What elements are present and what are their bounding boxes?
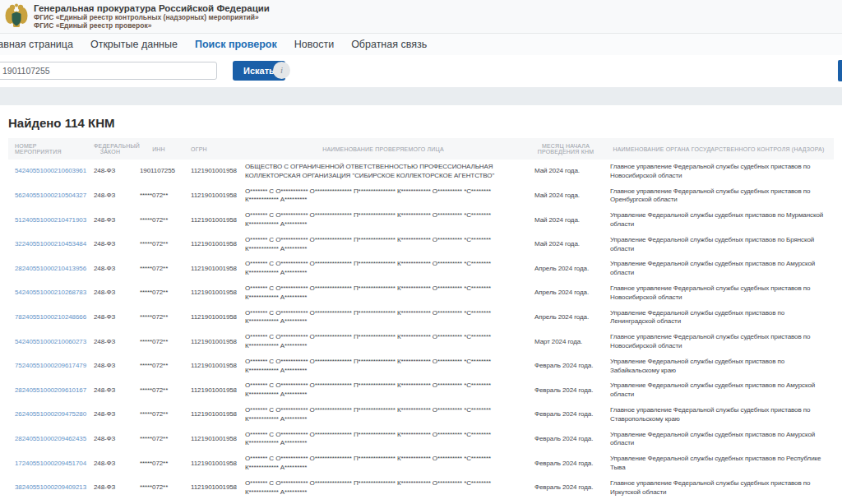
knm-number-link[interactable]: 54240551000210603961	[15, 167, 86, 174]
knm-number-link[interactable]: 17240551000209451704	[15, 460, 86, 467]
knm-number-link[interactable]: 56240551000210504327	[15, 192, 86, 199]
cell-entity-name: О******* С О*********** О***************…	[238, 428, 528, 452]
cell-entity-name: О******* С О*********** О***************…	[238, 476, 528, 501]
cell-law: 248-ФЗ	[87, 428, 133, 452]
cell-ogrn: 1121901001958	[184, 208, 238, 233]
table-row: 38240551000209409213 248-ФЗ *****072** 1…	[8, 476, 834, 501]
col-header-name: НАИМЕНОВАНИЕ ПРОВЕРЯЕМОГО ЛИЦА	[238, 138, 528, 160]
cell-control-authority: Главное управление Федеральной службы су…	[604, 330, 834, 354]
cell-ogrn: 1121901001958	[184, 160, 238, 184]
prosecutor-emblem-icon	[4, 2, 29, 30]
cell-inn: *****072**	[133, 281, 184, 306]
cell-start-month: Апрель 2024 года.	[528, 306, 604, 331]
cell-start-month: Апрель 2024 года.	[528, 257, 604, 281]
info-icon[interactable]: i	[273, 62, 290, 79]
table-row: 51240551000210471903 248-ФЗ *****072** 1…	[8, 208, 834, 233]
cell-entity-name: О******* С О*********** О***************…	[238, 257, 528, 281]
cell-inn: 1901107255	[133, 160, 184, 184]
knm-number-link[interactable]: 54240551000210060273	[15, 338, 86, 345]
cell-entity-name: О******* С О*********** О***************…	[238, 354, 528, 379]
cell-inn: *****072**	[133, 184, 184, 209]
knm-number-link[interactable]: 54240551000210268783	[15, 289, 86, 296]
cell-control-authority: Главное управление Федеральной службы су…	[604, 184, 834, 209]
results-section: Найдено 114 КНМ НОМЕР МЕРОПРИЯТИЯ ФЕДЕРА…	[0, 116, 842, 504]
cell-start-month: Февраль 2024 года.	[528, 354, 604, 379]
cell-inn: *****072**	[133, 451, 184, 476]
cell-control-authority: Управление Федеральной службы судебных п…	[604, 306, 834, 331]
knm-number-link[interactable]: 75240551000209617479	[15, 362, 86, 369]
cell-number: 28240551000209610167	[8, 378, 87, 403]
cell-start-month: Май 2024 года.	[528, 184, 604, 209]
search-input[interactable]	[0, 62, 217, 80]
cell-ogrn: 1121901001958	[184, 281, 238, 306]
knm-number-link[interactable]: 28240551000209462435	[15, 435, 86, 442]
nav-item[interactable]: Главная страница	[0, 39, 73, 50]
cell-number: 54240551000210060273	[8, 330, 87, 354]
cell-entity-name: О******* С О*********** О***************…	[238, 281, 528, 306]
table-row: 78240551000210248666 248-ФЗ *****072** 1…	[8, 306, 834, 331]
cell-ogrn: 1121901001958	[184, 233, 238, 257]
cell-number: 38240551000209409213	[8, 476, 87, 501]
knm-number-link[interactable]: 32240551000210453484	[15, 240, 86, 247]
col-header-inn: ИНН	[133, 138, 184, 160]
cell-law: 248-ФЗ	[87, 281, 133, 306]
cell-ogrn: 1121901001958	[184, 476, 238, 501]
cell-law: 248-ФЗ	[87, 378, 133, 403]
cell-entity-name: О******* С О*********** О***************…	[238, 403, 528, 428]
cell-law: 248-ФЗ	[87, 306, 133, 331]
cell-law: 248-ФЗ	[87, 403, 133, 428]
knm-number-link[interactable]: 78240551000210248666	[15, 313, 86, 321]
cell-control-authority: Управление Федеральной службы судебных п…	[604, 354, 834, 379]
cell-inn: *****072**	[133, 428, 184, 452]
nav-item[interactable]: Обратная связь	[351, 39, 427, 50]
cell-control-authority: Управление Федеральной службы судебных п…	[604, 208, 834, 233]
table-row: 26240551000209475280 248-ФЗ *****072** 1…	[8, 403, 834, 428]
table-row: 54240551000210060273 248-ФЗ *****072** 1…	[8, 330, 834, 354]
cell-ogrn: 1121901001958	[184, 257, 238, 281]
cell-inn: *****072**	[133, 403, 184, 428]
knm-number-link[interactable]: 28240551000209610167	[15, 386, 86, 394]
cell-entity-name: О******* С О*********** О***************…	[238, 208, 528, 233]
col-header-number: НОМЕР МЕРОПРИЯТИЯ	[8, 138, 87, 160]
cell-number: 28240551000209462435	[8, 428, 87, 452]
cell-inn: *****072**	[133, 330, 184, 354]
cell-control-authority: Главное управление Федеральной службы су…	[604, 476, 834, 501]
cell-number: 29240551000209176380	[8, 500, 87, 504]
table-row: 54240551000210268783 248-ФЗ *****072** 1…	[8, 281, 834, 306]
cell-law: 248-ФЗ	[87, 257, 133, 281]
knm-number-link[interactable]: 28240551000210413956	[15, 265, 86, 272]
table-row: 29240551000209176380 248-ФЗ *****072** 1…	[8, 500, 834, 504]
cell-entity-name: О******* С О*********** О***************…	[238, 330, 528, 354]
table-row: 28240551000210413956 248-ФЗ *****072** 1…	[8, 257, 834, 281]
cell-entity-name: О******* С О*********** О***************…	[238, 306, 528, 331]
cell-control-authority: Управление Федеральной службы судебных п…	[604, 257, 834, 281]
nav-item[interactable]: Открытые данные	[90, 39, 178, 50]
cell-law: 248-ФЗ	[87, 451, 133, 476]
cell-control-authority: Главное управление Федеральной службы су…	[604, 403, 834, 428]
nav-item[interactable]: Поиск проверок	[195, 39, 277, 50]
cell-number: 78240551000210248666	[8, 306, 87, 331]
table-row: 75240551000209617479 248-ФЗ *****072** 1…	[8, 354, 834, 379]
col-header-authority: НАИМЕНОВАНИЕ ОРГАНА ГОСУДАРСТВЕННОГО КОН…	[604, 138, 834, 160]
results-rows: 54240551000210603961 248-ФЗ 1901107255 1…	[8, 160, 834, 504]
cell-number: 26240551000209475280	[8, 403, 87, 428]
cell-inn: *****072**	[133, 306, 184, 331]
results-count-title: Найдено 114 КНМ	[8, 116, 834, 130]
cell-ogrn: 1121901001958	[184, 354, 238, 379]
cell-ogrn: 1121901001958	[184, 428, 238, 452]
cell-start-month: Февраль 2024 года.	[528, 451, 604, 476]
cell-control-authority: Управление Федеральной службы судебных п…	[604, 428, 834, 452]
clipped-right-button[interactable]	[838, 60, 842, 81]
table-row: 28240551000209610167 248-ФЗ *****072** 1…	[8, 378, 834, 403]
cell-start-month: Март 2024 года.	[528, 330, 604, 354]
knm-number-link[interactable]: 26240551000209475280	[15, 410, 86, 418]
col-header-month: МЕСЯЦ НАЧАЛА ПРОВЕДЕНИЯ КНМ	[528, 138, 604, 160]
cell-start-month: Май 2024 года.	[528, 208, 604, 233]
cell-inn: *****072**	[133, 233, 184, 257]
cell-number: 56240551000210504327	[8, 184, 87, 209]
cell-start-month: Апрель 2024 года.	[528, 281, 604, 306]
knm-number-link[interactable]: 38240551000209409213	[15, 483, 86, 491]
knm-number-link[interactable]: 51240551000210471903	[15, 216, 86, 224]
cell-start-month: Май 2024 года.	[528, 160, 604, 184]
nav-item[interactable]: Новости	[294, 39, 334, 50]
